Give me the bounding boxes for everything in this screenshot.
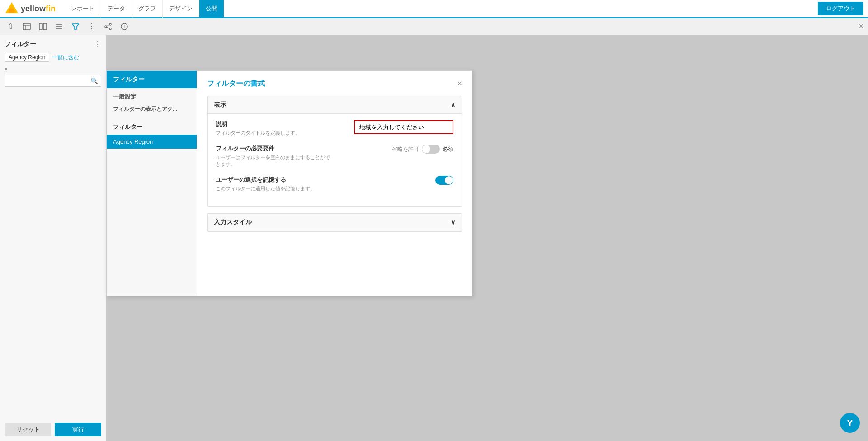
- info-icon[interactable]: i: [118, 21, 130, 33]
- description-control-col: [339, 120, 453, 134]
- required-label: フィルターの必要要件: [216, 145, 330, 153]
- modal-sidebar-header: フィルター: [107, 71, 197, 88]
- table-icon[interactable]: [21, 21, 33, 33]
- topbar-right: ログアウト: [818, 2, 863, 15]
- filter-panel-menu-icon[interactable]: ⋮: [94, 40, 101, 48]
- svg-line-15: [107, 25, 109, 26]
- svg-text:i: i: [124, 25, 125, 29]
- modal-sidebar: フィルター 一般設定 フィルターの表示とアク... フィルター Agency R…: [107, 71, 197, 296]
- nav-tabs: レポート データ グラフ デザイン 公開: [65, 0, 224, 18]
- svg-rect-2: [9, 9, 14, 13]
- modal-filter-display-btn[interactable]: フィルターの表示とアク...: [113, 103, 190, 115]
- filter-tag-link[interactable]: 一覧に含む: [52, 54, 79, 61]
- topbar: yellowfin レポート データ グラフ デザイン 公開 ログアウト: [0, 0, 868, 18]
- toolbar-close-button[interactable]: ×: [859, 22, 863, 31]
- logo: yellowfin: [5, 1, 56, 16]
- svg-point-14: [105, 26, 107, 28]
- modal-general-label: 一般設定: [113, 93, 190, 101]
- tab-design[interactable]: デザイン: [163, 0, 199, 18]
- upload-icon[interactable]: ⇧: [5, 21, 16, 33]
- memory-row: ユーザーの選択を記憶する このフィルターに適用した値を記憶します。: [216, 176, 453, 192]
- display-accordion-header[interactable]: 表示 ∧: [208, 96, 462, 114]
- tab-publish[interactable]: 公開: [199, 0, 224, 18]
- description-sublabel: フィルターのタイトルを定義します。: [216, 130, 330, 136]
- modal-title-row: フィルターの書式 ×: [207, 79, 462, 89]
- reset-button[interactable]: リセット: [5, 423, 51, 436]
- tab-report[interactable]: レポート: [65, 0, 101, 18]
- svg-point-12: [109, 23, 111, 25]
- filter-tag-agency-region: Agency Region: [5, 53, 49, 62]
- filter-panel-header: フィルター ⋮: [5, 40, 101, 48]
- input-style-title: 入力スタイル: [214, 218, 252, 226]
- required-label-col: フィルターの必要要件 ユーザーはフィルターを空白のままにすることができます。: [216, 145, 330, 168]
- input-style-chevron-down-icon: ∨: [451, 219, 455, 226]
- memory-control-col: [339, 176, 453, 185]
- more-icon[interactable]: ⋮: [86, 21, 98, 33]
- main-area: フィルター ⋮ Agency Region 一覧に含む × 🔍 リセット 実行 …: [0, 35, 868, 441]
- description-label-col: 説明 フィルターのタイトルを定義します。: [216, 120, 330, 136]
- memory-sublabel: このフィルターに適用した値を記憶します。: [216, 185, 330, 192]
- svg-point-13: [109, 28, 111, 30]
- memory-label: ユーザーの選択を記憶する: [216, 176, 330, 184]
- svg-line-16: [107, 27, 109, 28]
- share-icon[interactable]: [102, 21, 114, 33]
- toolbar: ⇧ ⋮ i ×: [0, 18, 868, 35]
- modal-main-content: フィルターの書式 × 表示 ∧ 説明 フィルターのタイトルを定義します。: [197, 71, 472, 296]
- memory-toggle-switch[interactable]: [435, 176, 453, 185]
- bottom-icon-label: Y: [847, 418, 853, 428]
- modal-close-button[interactable]: ×: [457, 79, 462, 89]
- description-input[interactable]: [354, 120, 453, 134]
- filter-tag-row: Agency Region 一覧に含む: [5, 53, 101, 62]
- svg-rect-3: [23, 23, 30, 30]
- run-button[interactable]: 実行: [55, 423, 101, 436]
- required-toggle-on-label: 必須: [443, 145, 453, 153]
- filter-close-icon[interactable]: ×: [5, 66, 8, 72]
- logout-button[interactable]: ログアウト: [818, 2, 863, 15]
- required-toggle-off-label: 省略を許可: [392, 145, 419, 153]
- display-accordion-body: 説明 フィルターのタイトルを定義します。 フィルターの必要要件 ユーザーはフィル…: [208, 114, 462, 206]
- filter-format-modal: フィルター 一般設定 フィルターの表示とアク... フィルター Agency R…: [106, 70, 472, 296]
- svg-rect-7: [43, 23, 47, 30]
- filter-search-row: 🔍: [5, 75, 101, 87]
- yellowfin-watermark-icon[interactable]: Y: [840, 413, 860, 433]
- memory-label-col: ユーザーの選択を記憶する このフィルターに適用した値を記憶します。: [216, 176, 330, 192]
- description-row: 説明 フィルターのタイトルを定義します。: [216, 120, 453, 136]
- tab-graph[interactable]: グラフ: [132, 0, 163, 18]
- required-control-col: 省略を許可 必須: [339, 145, 453, 154]
- required-row: フィルターの必要要件 ユーザーはフィルターを空白のままにすることができます。 省…: [216, 145, 453, 168]
- modal-sidebar-agency-region[interactable]: Agency Region: [107, 135, 197, 149]
- required-toggle-row: 省略を許可 必須: [392, 145, 453, 154]
- input-style-accordion: 入力スタイル ∨: [207, 213, 462, 232]
- input-style-accordion-header[interactable]: 入力スタイル ∨: [208, 214, 462, 231]
- modal-title: フィルターの書式: [207, 79, 265, 89]
- filter-icon[interactable]: [70, 21, 81, 33]
- svg-marker-11: [72, 24, 79, 29]
- filter-search-input[interactable]: [5, 76, 88, 86]
- required-toggle-switch[interactable]: [422, 145, 440, 154]
- display-chevron-up-icon: ∧: [451, 101, 455, 108]
- description-label: 説明: [216, 120, 330, 128]
- required-sublabel: ユーザーはフィルターを空白のままにすることができます。: [216, 154, 330, 168]
- filter-search-button[interactable]: 🔍: [88, 75, 101, 86]
- modal-filter-section-label: フィルター: [107, 119, 197, 135]
- required-toggle-knob: [422, 145, 430, 153]
- filter-panel-title: フィルター: [5, 40, 36, 48]
- filter-actions: リセット 実行: [5, 423, 101, 436]
- list-icon[interactable]: [53, 21, 65, 33]
- tab-data[interactable]: データ: [101, 0, 132, 18]
- memory-toggle-knob: [445, 176, 453, 184]
- filter-panel: フィルター ⋮ Agency Region 一覧に含む × 🔍 リセット 実行: [0, 35, 106, 441]
- svg-rect-6: [39, 23, 42, 30]
- modal-sidebar-general: 一般設定 フィルターの表示とアク...: [107, 88, 197, 119]
- display-accordion: 表示 ∧ 説明 フィルターのタイトルを定義します。: [207, 96, 462, 207]
- columns-icon[interactable]: [37, 21, 49, 33]
- display-section-title: 表示: [214, 101, 226, 109]
